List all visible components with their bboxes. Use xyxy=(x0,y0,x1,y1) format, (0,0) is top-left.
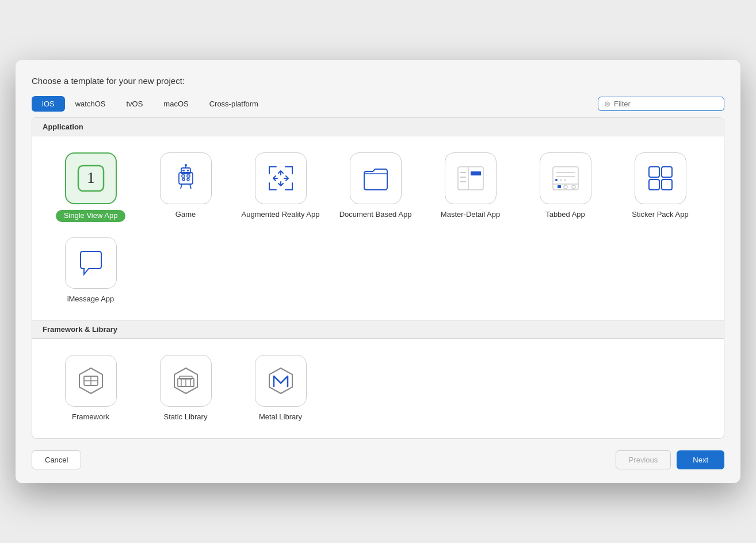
svg-marker-50 xyxy=(269,368,292,393)
imessage-app-icon-box xyxy=(65,237,117,289)
svg-rect-2 xyxy=(179,173,193,184)
ar-app-icon xyxy=(264,161,298,196)
section-header-application: Application xyxy=(32,118,724,136)
sticker-pack-app-icon-box xyxy=(635,152,686,204)
doc-based-app-icon-box xyxy=(350,152,402,204)
template-item-imessage-app[interactable]: iMessage App xyxy=(46,232,135,309)
previous-button[interactable]: Previous xyxy=(616,450,671,469)
template-item-master-detail-app[interactable]: Master-Detail App xyxy=(426,148,515,227)
tab-tvos[interactable]: tvOS xyxy=(116,96,153,112)
tab-bar-left: iOS watchOS tvOS macOS Cross-platform xyxy=(32,96,598,112)
sticker-pack-app-label: Sticker Pack App xyxy=(632,210,688,220)
svg-point-11 xyxy=(187,178,189,181)
tabbed-app-icon-box xyxy=(540,152,591,204)
metal-library-label: Metal Library xyxy=(259,412,302,422)
imessage-app-label: iMessage App xyxy=(67,295,114,304)
section-header-framework: Framework & Library xyxy=(32,320,724,339)
svg-rect-35 xyxy=(649,167,659,177)
cancel-button[interactable]: Cancel xyxy=(32,450,81,469)
template-item-ar-app[interactable]: Augmented Reality App xyxy=(236,148,325,227)
svg-point-31 xyxy=(572,185,575,189)
svg-rect-7 xyxy=(187,170,189,171)
svg-line-12 xyxy=(181,184,182,189)
template-item-tabbed-app[interactable]: Tabbed App xyxy=(521,148,610,227)
metal-library-icon-box xyxy=(255,355,307,407)
static-library-icon xyxy=(169,364,203,398)
ar-app-label: Augmented Reality App xyxy=(242,210,320,220)
svg-point-30 xyxy=(564,185,567,189)
single-view-app-label: Single View App xyxy=(56,210,126,222)
tabbed-app-icon xyxy=(548,161,583,196)
sticker-pack-app-icon xyxy=(643,161,678,196)
svg-rect-6 xyxy=(182,170,185,171)
dialog-title: Choose a template for your new project: xyxy=(32,76,724,86)
svg-point-10 xyxy=(182,178,185,181)
tab-watchos[interactable]: watchOS xyxy=(65,96,116,112)
tab-crossplatform[interactable]: Cross-platform xyxy=(199,96,269,112)
svg-line-13 xyxy=(190,184,191,189)
static-library-icon-box xyxy=(160,355,212,407)
static-library-label: Static Library xyxy=(164,412,208,422)
svg-rect-21 xyxy=(471,171,481,175)
framework-label: Framework xyxy=(72,412,109,422)
svg-rect-37 xyxy=(649,179,659,190)
template-item-static-library[interactable]: Static Library xyxy=(141,350,230,427)
doc-based-app-icon xyxy=(358,161,393,196)
template-item-framework[interactable]: Framework xyxy=(46,350,135,427)
single-view-app-icon-box: 1 xyxy=(65,152,117,204)
single-view-app-icon: 1 xyxy=(74,161,108,196)
svg-text:1: 1 xyxy=(87,169,95,186)
svg-rect-38 xyxy=(662,179,672,190)
tab-ios[interactable]: iOS xyxy=(32,96,65,112)
game-icon-box xyxy=(160,152,212,204)
tab-macos[interactable]: macOS xyxy=(153,96,198,112)
framework-icon-box xyxy=(65,355,117,407)
svg-rect-36 xyxy=(662,167,672,177)
svg-point-33 xyxy=(560,179,562,181)
game-label: Game xyxy=(175,210,196,220)
metal-library-icon xyxy=(264,364,298,398)
svg-rect-19 xyxy=(458,167,483,190)
filter-icon: ⊜ xyxy=(604,100,610,108)
template-item-game[interactable]: Game xyxy=(141,148,230,227)
filter-box: ⊜ xyxy=(598,97,724,111)
section-body-framework: Framework xyxy=(32,339,724,438)
svg-rect-8 xyxy=(182,175,185,177)
doc-based-app-label: Document Based App xyxy=(339,210,412,220)
svg-rect-29 xyxy=(558,185,561,188)
svg-point-34 xyxy=(564,179,566,181)
template-item-doc-based-app[interactable]: Document Based App xyxy=(331,148,420,227)
game-icon xyxy=(169,161,203,196)
master-detail-app-icon-box xyxy=(445,152,497,204)
imessage-app-icon xyxy=(74,246,108,280)
tabbed-app-label: Tabbed App xyxy=(545,210,585,220)
ar-app-icon-box xyxy=(255,152,307,204)
template-item-sticker-pack-app[interactable]: Sticker Pack App xyxy=(616,148,705,227)
content-area: Application 1 Single View App xyxy=(32,117,724,439)
next-button[interactable]: Next xyxy=(677,450,724,469)
svg-rect-25 xyxy=(553,167,578,190)
choose-template-dialog: Choose a template for your new project: … xyxy=(16,60,740,484)
template-item-single-view-app[interactable]: 1 Single View App xyxy=(46,148,135,227)
tab-bar: iOS watchOS tvOS macOS Cross-platform ⊜ xyxy=(32,96,724,112)
svg-rect-9 xyxy=(187,175,190,177)
framework-icon xyxy=(74,364,108,398)
footer-right: Previous Next xyxy=(616,450,724,469)
svg-point-32 xyxy=(555,179,558,181)
section-body-application: 1 Single View App xyxy=(32,136,724,321)
template-item-metal-library[interactable]: Metal Library xyxy=(236,350,325,427)
svg-point-5 xyxy=(185,164,187,166)
footer: Cancel Previous Next xyxy=(32,450,724,469)
filter-input[interactable] xyxy=(614,100,718,108)
master-detail-app-label: Master-Detail App xyxy=(441,210,500,220)
master-detail-app-icon xyxy=(453,161,488,196)
